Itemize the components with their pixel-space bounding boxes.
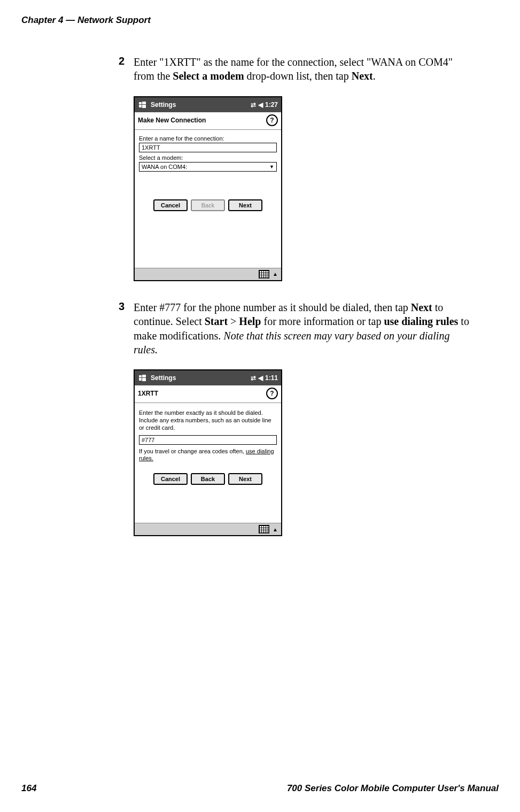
next-button[interactable]: Next — [228, 199, 262, 211]
step-3-text: Enter #777 for the phone number as it sh… — [134, 300, 472, 357]
ss2-para2a: If you travel or change area codes often… — [139, 448, 246, 454]
chevron-down-icon: ▼ — [269, 164, 274, 169]
step-2-bold-1: Select a modem — [173, 70, 244, 82]
ss2-dialing-rules-text: If you travel or change area codes often… — [139, 448, 277, 463]
ss1-subtitle-bar: Make New Connection ? — [135, 112, 281, 130]
back-button[interactable]: Back — [191, 473, 225, 485]
ss2-bottombar: ▲ — [135, 523, 281, 535]
step-2-text-2: drop-down list, then tap — [244, 70, 352, 82]
ss1-title: Settings — [151, 101, 249, 109]
next-button[interactable]: Next — [228, 473, 262, 485]
screenshot-1xrtt: Settings ⇄ ◀ 1:11 1XRTT ? Enter the numb… — [134, 369, 282, 536]
ss2-instruction-text: Enter the number exactly as it should be… — [139, 409, 277, 431]
ss2-titlebar: Settings ⇄ ◀ 1:11 — [135, 370, 281, 385]
ss1-bottombar: ▲ — [135, 268, 281, 280]
cancel-button[interactable]: Cancel — [153, 473, 188, 485]
ss2-title: Settings — [151, 374, 249, 382]
svg-rect-4 — [139, 375, 142, 377]
step-3-text-1: Enter #777 for the phone number as it sh… — [134, 301, 411, 313]
step-2-bold-2: Next — [352, 70, 373, 82]
help-icon[interactable]: ? — [266, 388, 278, 399]
step-3-bold-1: Next — [411, 301, 432, 313]
step-3-bold-3: Help — [239, 315, 261, 327]
ss1-name-label: Enter a name for the connection: — [139, 135, 277, 142]
connection-name-value: 1XRTT — [142, 144, 160, 151]
page: Chapter 4 — Network Support 2 Enter "1XR… — [0, 0, 520, 812]
ss2-subtitle-bar: 1XRTT ? — [135, 385, 281, 403]
svg-rect-0 — [139, 102, 142, 104]
section-label: Network Support — [77, 15, 151, 25]
page-footer: 164 700 Series Color Mobile Computer Use… — [21, 783, 499, 794]
ss1-button-row: Cancel Back Next — [139, 199, 277, 211]
sound-icon[interactable]: ◀ — [258, 101, 263, 109]
svg-rect-1 — [142, 102, 146, 104]
manual-title: 700 Series Color Mobile Computer User's … — [287, 783, 499, 794]
modem-select[interactable]: WANA on COM4: ▼ — [139, 162, 277, 172]
sound-icon[interactable]: ◀ — [258, 374, 263, 382]
svg-rect-7 — [142, 378, 146, 381]
page-header: Chapter 4 — Network Support — [0, 0, 520, 26]
page-number: 164 — [21, 783, 36, 794]
cancel-button[interactable]: Cancel — [153, 199, 188, 211]
svg-rect-6 — [139, 378, 142, 381]
ss2-button-row: Cancel Back Next — [139, 473, 277, 485]
start-icon[interactable] — [138, 100, 148, 110]
page-body: 2 Enter "1XRTT" as the name for the conn… — [0, 26, 520, 536]
ss1-modem-label: Select a modem: — [139, 154, 277, 161]
up-arrow-icon[interactable]: ▲ — [273, 527, 278, 532]
step-3-text-3: > — [228, 315, 239, 327]
ss2-content: Enter the number exactly as it should be… — [135, 403, 281, 523]
step-3: 3 Enter #777 for the phone number as it … — [134, 300, 472, 357]
step-3-bold-4: use dialing rules — [384, 315, 458, 327]
start-icon[interactable] — [138, 373, 148, 383]
ss1-content: Enter a name for the connection: 1XRTT S… — [135, 130, 281, 268]
signal-icon[interactable]: ⇄ — [251, 374, 256, 382]
chapter-label: Chapter 4 — [21, 15, 63, 25]
ss1-titlebar: Settings ⇄ ◀ 1:27 — [135, 97, 281, 112]
phone-number-value: #777 — [142, 437, 154, 443]
svg-rect-3 — [142, 105, 146, 108]
screenshot-make-new-connection: Settings ⇄ ◀ 1:27 Make New Connection ? … — [134, 96, 282, 281]
help-icon[interactable]: ? — [266, 114, 278, 126]
svg-rect-5 — [142, 375, 146, 377]
phone-number-input[interactable]: #777 — [139, 435, 277, 445]
svg-rect-2 — [139, 105, 142, 107]
ss2-clock[interactable]: 1:11 — [265, 374, 278, 382]
ss1-subtitle-text: Make New Connection — [138, 117, 206, 124]
up-arrow-icon[interactable]: ▲ — [273, 271, 278, 277]
header-dash: — — [66, 15, 75, 25]
modem-select-value: WANA on COM4: — [142, 164, 187, 170]
back-button-disabled: Back — [191, 199, 225, 211]
keyboard-icon[interactable] — [259, 525, 269, 533]
step-2-text: Enter "1XRTT" as the name for the connec… — [134, 55, 472, 83]
step-2: 2 Enter "1XRTT" as the name for the conn… — [134, 55, 472, 83]
step-3-text-4: for more information or tap — [261, 315, 384, 327]
keyboard-icon[interactable] — [259, 270, 269, 279]
ss2-subtitle-text: 1XRTT — [138, 390, 158, 397]
step-2-text-3: . — [373, 70, 376, 82]
step-2-number: 2 — [119, 55, 125, 67]
step-3-number: 3 — [119, 300, 125, 313]
connection-name-input[interactable]: 1XRTT — [139, 143, 277, 152]
signal-icon[interactable]: ⇄ — [251, 101, 256, 109]
step-3-bold-2: Start — [205, 315, 228, 327]
ss1-clock[interactable]: 1:27 — [265, 101, 278, 109]
